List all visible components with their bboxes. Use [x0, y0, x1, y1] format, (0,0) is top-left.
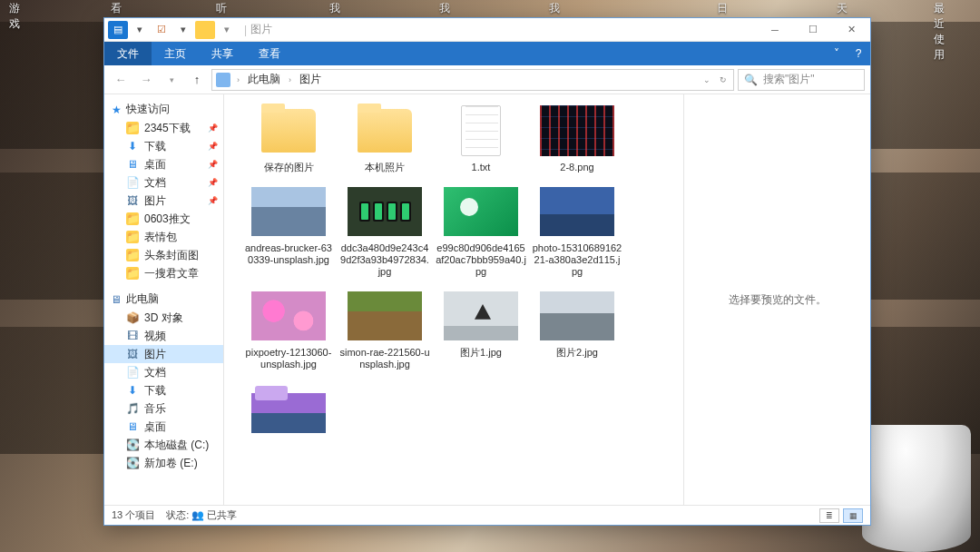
sidebar-item[interactable]: 💽新加卷 (E:)	[104, 454, 223, 472]
back-button[interactable]: ←	[110, 69, 132, 91]
sidebar-item[interactable]: 📁头条封面图	[104, 246, 223, 264]
sidebar-item-label: 音乐	[144, 401, 166, 417]
sidebar-item[interactable]: 💽本地磁盘 (C:)	[104, 436, 223, 454]
folder-item[interactable]: 保存的图片	[240, 104, 337, 173]
search-input[interactable]: 🔍 搜索"图片"	[738, 69, 865, 91]
star-icon: ★	[110, 104, 122, 116]
sidebar-item[interactable]: 🎞视频	[104, 327, 223, 345]
sidebar-item[interactable]: 🎵音乐	[104, 399, 223, 418]
sidebar-item[interactable]: 🖼图片	[104, 345, 223, 363]
file-item[interactable]: pixpoetry-1213060-unsplash.jpg	[240, 289, 337, 370]
up-button[interactable]: ↑	[186, 69, 208, 91]
file-item[interactable]: simon-rae-221560-unsplash.jpg	[337, 289, 433, 370]
sidebar-item[interactable]: ⬇下载	[104, 381, 223, 399]
pin-icon: 📌	[208, 142, 218, 151]
file-item[interactable]: photo-1531068916221-a380a3e2d115.jpg	[529, 184, 625, 278]
ribbon-tab-share[interactable]: 共享	[199, 42, 246, 65]
desktop-menu-item[interactable]: 天气	[828, 0, 875, 16]
sidebar-item-label: 一搜君文章	[144, 266, 199, 281]
folder-icon[interactable]	[195, 21, 215, 39]
file-item[interactable]: 1.txt	[433, 104, 529, 173]
desktop-menu-item[interactable]: 听音乐	[207, 0, 258, 16]
file-item[interactable]: andreas-brucker-630339-unsplash.jpg	[240, 184, 337, 278]
help-icon[interactable]: ?	[847, 42, 870, 65]
sidebar-item[interactable]: 📁表情包	[104, 228, 223, 246]
desktop-menu-item[interactable]: 我的壁纸	[540, 0, 595, 16]
file-label: pixpoetry-1213060-unsplash.jpg	[243, 347, 334, 370]
desktop-menu-item[interactable]: 看电影	[102, 0, 152, 16]
sidebar-item[interactable]: 📁2345下载📌	[104, 119, 223, 137]
qat-overflow-icon[interactable]: ▾	[217, 21, 237, 39]
location-icon	[216, 73, 230, 87]
qat-dropdown-icon[interactable]: ▾	[173, 21, 193, 39]
refresh-icon[interactable]: ↻	[717, 75, 730, 84]
file-label: 图片1.jpg	[460, 347, 502, 359]
sidebar-item-label: 桌面	[144, 419, 166, 435]
maximize-button[interactable]: ☐	[794, 18, 832, 42]
file-list[interactable]: 保存的图片本机照片1.txt2-8.pngandreas-brucker-630…	[224, 94, 683, 505]
file-label: photo-1531068916221-a380a3e2d115.jpg	[532, 242, 622, 278]
close-button[interactable]: ✕	[832, 18, 870, 42]
desktop-menu-item[interactable]: 游戏	[0, 0, 47, 16]
desktop-menu-item[interactable]: 最近使用	[925, 0, 980, 16]
file-item[interactable]	[240, 381, 337, 439]
thumbnail	[358, 109, 412, 153]
sidebar-item[interactable]: 🖥桌面	[104, 418, 223, 436]
desktop-menu-item[interactable]: 日历	[708, 0, 755, 16]
fold-icon: 📁	[126, 212, 139, 225]
desktop-menu-item[interactable]: 我的书架	[320, 0, 376, 16]
file-item[interactable]: 2-8.png	[529, 104, 625, 173]
tree-quick-access[interactable]: ★ 快速访问	[104, 100, 223, 119]
sidebar-item[interactable]: 📄文档	[104, 363, 223, 381]
sidebar-item-label: 下载	[144, 139, 166, 154]
status-share-state: 状态: 👥 已共享	[166, 508, 237, 522]
sidebar-item[interactable]: 🖥桌面📌	[104, 155, 223, 173]
search-placeholder: 搜索"图片"	[763, 72, 815, 87]
ribbon-collapse-icon[interactable]: ˅	[827, 42, 847, 65]
file-item[interactable]: ddc3a480d9e243c49d2f3a93b4972834.jpg	[337, 184, 433, 278]
pin-icon: 📌	[208, 178, 218, 187]
sidebar-item[interactable]: 📦3D 对象	[104, 309, 223, 327]
properties-icon[interactable]: ☑	[152, 21, 172, 39]
explorer-icon[interactable]: ▤	[108, 21, 128, 39]
file-item[interactable]: 图片2.jpg	[529, 289, 625, 370]
folder-item[interactable]: 本机照片	[337, 104, 433, 173]
ribbon-tab-home[interactable]: 主页	[152, 42, 199, 65]
qat-dropdown-icon[interactable]: ▾	[130, 21, 150, 39]
view-thumbnails-button[interactable]: ▦	[843, 508, 863, 523]
sidebar-item-label: 3D 对象	[144, 310, 183, 326]
tree-this-pc[interactable]: 🖥 此电脑	[104, 290, 223, 309]
address-dropdown-icon[interactable]: ⌄	[701, 75, 713, 84]
people-icon: 👥	[191, 509, 204, 520]
sidebar-tree: ★ 快速访问 📁2345下载📌⬇下载📌🖥桌面📌📄文档📌🖼图片📌📁0603推文📁表…	[104, 94, 224, 505]
ribbon-tab-view[interactable]: 查看	[246, 42, 293, 65]
desktop-top-menu: 游戏 看电影 听音乐 我的书架 我的主题 我的壁纸 日历 天气 最近使用	[0, 0, 980, 16]
view-details-button[interactable]: ≣	[819, 508, 839, 523]
recent-dropdown-icon[interactable]: ▾	[161, 69, 182, 91]
minimize-button[interactable]: ─	[756, 18, 794, 42]
ribbon: 文件 主页 共享 查看 ˅ ?	[104, 42, 870, 65]
forward-button[interactable]: →	[135, 69, 157, 91]
sidebar-item[interactable]: 📄文档📌	[104, 173, 223, 192]
file-label: 2-8.png	[560, 162, 593, 173]
chevron-right-icon[interactable]: ›	[234, 75, 242, 84]
thumbnail	[261, 109, 316, 153]
thumbnail	[251, 187, 326, 236]
file-label: 图片2.jpg	[556, 347, 598, 359]
address-bar[interactable]: › 此电脑 › 图片 ⌄ ↻	[211, 69, 734, 91]
ribbon-tab-file[interactable]: 文件	[104, 42, 152, 65]
quick-access-toolbar: ▤ ▾ ☑ ▾ ▾	[104, 21, 237, 39]
sidebar-item[interactable]: 📁一搜君文章	[104, 264, 223, 282]
sidebar-item[interactable]: 📁0603推文	[104, 210, 223, 228]
titlebar[interactable]: ▤ ▾ ☑ ▾ ▾ | 图片 ─ ☐ ✕	[104, 18, 870, 42]
thumbnail	[348, 291, 422, 340]
drv-icon: 💽	[126, 457, 139, 469]
breadcrumb-segment[interactable]: 图片	[298, 72, 323, 87]
file-item[interactable]: 图片1.jpg	[433, 289, 529, 370]
sidebar-item[interactable]: 🖼图片📌	[104, 192, 223, 210]
chevron-right-icon[interactable]: ›	[286, 75, 294, 84]
breadcrumb-segment[interactable]: 此电脑	[246, 72, 282, 87]
sidebar-item[interactable]: ⬇下载📌	[104, 137, 223, 155]
desktop-menu-item[interactable]: 我的主题	[430, 0, 485, 16]
file-item[interactable]: e99c80d906de4165af20ac7bbb959a40.jpg	[433, 184, 529, 278]
